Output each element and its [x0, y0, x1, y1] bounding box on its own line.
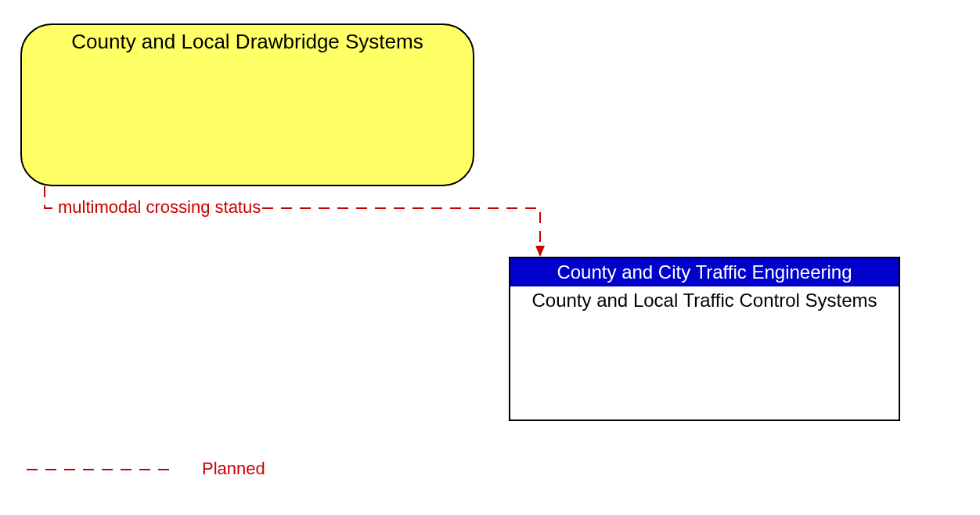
node-drawbridge-systems: County and Local Drawbridge Systems: [20, 23, 474, 186]
flow-segment-right: [262, 208, 540, 247]
legend-label-planned: Planned: [202, 459, 265, 479]
node-drawbridge-title: County and Local Drawbridge Systems: [22, 25, 473, 54]
flow-arrowhead: [535, 246, 545, 257]
flow-label-multimodal: multimodal crossing status: [58, 197, 261, 218]
node-traffic-body: County and Local Traffic Control Systems: [510, 286, 899, 315]
node-traffic-header: County and City Traffic Engineering: [510, 258, 899, 286]
flow-segment-left: [45, 186, 56, 208]
node-traffic-control: County and City Traffic Engineering Coun…: [509, 257, 900, 421]
